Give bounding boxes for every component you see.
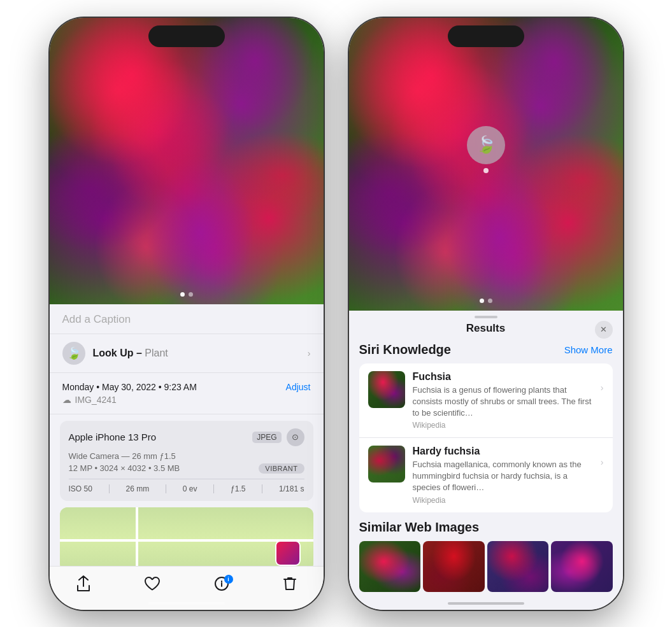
similar-section: Similar Web Images: [359, 520, 613, 592]
exif-aperture: ƒ1.5: [231, 484, 245, 493]
dynamic-island: [148, 25, 225, 47]
map-thumbnail[interactable]: [60, 507, 313, 566]
similar-title: Similar Web Images: [359, 520, 480, 535]
right-screen: 🍃 Results ✕: [349, 18, 623, 610]
similar-image-4[interactable]: [551, 541, 613, 592]
similar-image-1[interactable]: [359, 541, 421, 592]
lookup-label: Look Up – Plant: [93, 348, 168, 359]
hardy-text: Hardy fuchsia Fuchsia magellanica, commo…: [413, 446, 593, 505]
delete-button[interactable]: [283, 575, 297, 592]
similar-images-row: [359, 541, 613, 592]
adjust-button[interactable]: Adjust: [286, 382, 311, 392]
share-button[interactable]: [76, 575, 90, 592]
hardy-source: Wikipedia: [413, 496, 593, 505]
exif-iso: ISO 50: [69, 484, 92, 493]
camera-section: Apple iPhone 13 Pro JPEG ⊙ Wide Camera —…: [60, 421, 313, 501]
show-more-button[interactable]: Show More: [564, 344, 613, 355]
mp-info: 12 MP • 3024 × 4032 • 3.5 MB: [69, 463, 180, 473]
camera-settings-icon[interactable]: ⊙: [287, 428, 304, 446]
knowledge-item-hardy[interactable]: Hardy fuchsia Fuchsia magellanica, commo…: [359, 438, 613, 512]
results-panel: Results ✕ Siri Knowledge Show More: [349, 311, 623, 610]
visual-lookup-button[interactable]: 🍃: [467, 126, 505, 164]
map-mini-preview: [275, 540, 301, 566]
format-badge: JPEG: [252, 432, 281, 443]
favorite-button[interactable]: [144, 576, 161, 591]
flower-photo-left[interactable]: [50, 18, 324, 304]
camera-model: Apple iPhone 13 Pro: [69, 432, 157, 442]
visual-lookup-icon: 🍃: [62, 342, 85, 365]
hardy-chevron: ›: [601, 457, 604, 467]
fuchsia-source: Wikipedia: [413, 421, 593, 430]
cloud-icon: ☁: [62, 395, 71, 405]
hardy-name: Hardy fuchsia: [413, 446, 593, 457]
dot-indicator-2: [189, 292, 193, 297]
fuchsia-name: Fuchsia: [413, 371, 593, 383]
fuchsia-text: Fuchsia Fuchsia is a genus of flowering …: [413, 371, 593, 430]
lookup-chevron: ›: [308, 348, 311, 358]
left-phone: Add a Caption 🍃 Look Up – Plant ›: [50, 18, 324, 610]
dynamic-island-right: [448, 25, 524, 47]
similar-image-2[interactable]: [423, 541, 485, 592]
exif-ev: 0 ev: [183, 484, 197, 493]
photo-date: Monday • May 30, 2022 • 9:23 AM: [62, 382, 197, 392]
left-screen: Add a Caption 🍃 Look Up – Plant ›: [50, 18, 324, 610]
meta-section: Monday • May 30, 2022 • 9:23 AM Adjust ☁…: [50, 373, 324, 414]
home-bar-right: [448, 602, 524, 605]
lens-info: Wide Camera — 26 mm ƒ1.5: [69, 451, 304, 461]
lookup-row[interactable]: 🍃 Look Up – Plant ›: [50, 334, 324, 373]
visual-lookup-dot: [483, 168, 489, 173]
home-bar: [148, 602, 225, 605]
siri-knowledge-section: Siri Knowledge Show More Fuchsia Fuchsia…: [359, 342, 613, 512]
fuchsia-chevron: ›: [601, 383, 604, 393]
leaf-small-icon: 🍃: [67, 346, 81, 360]
close-button[interactable]: ✕: [595, 321, 613, 339]
flower-photo-right[interactable]: 🍃: [349, 18, 623, 311]
dot-right-1: [480, 299, 484, 303]
dot-indicator-1: [180, 292, 185, 297]
filename: IMG_4241: [75, 395, 117, 405]
results-header: Results ✕: [349, 322, 623, 342]
drag-handle[interactable]: [349, 311, 623, 322]
siri-knowledge-title: Siri Knowledge: [359, 342, 451, 357]
knowledge-card: Fuchsia Fuchsia is a genus of flowering …: [359, 363, 613, 512]
results-title: Results: [466, 322, 505, 335]
dot-right-2: [488, 299, 492, 303]
hardy-thumbnail: [368, 446, 405, 483]
info-button[interactable]: i: [214, 576, 229, 591]
fuchsia-thumbnail: [368, 371, 405, 408]
caption-area[interactable]: Add a Caption: [50, 304, 324, 334]
knowledge-item-fuchsia[interactable]: Fuchsia Fuchsia is a genus of flowering …: [359, 363, 613, 439]
color-profile-badge: VIBRANT: [259, 463, 304, 474]
fuchsia-desc: Fuchsia is a genus of flowering plants t…: [413, 384, 593, 419]
caption-placeholder: Add a Caption: [62, 313, 131, 325]
right-phone: 🍃 Results ✕: [349, 18, 623, 610]
hardy-desc: Fuchsia magellanica, commonly known as t…: [413, 459, 593, 494]
info-badge: i: [224, 575, 233, 584]
leaf-icon: 🍃: [476, 135, 496, 155]
drag-handle-bar: [475, 316, 497, 318]
exif-focal: 26 mm: [125, 484, 149, 493]
exif-shutter: 1/181 s: [279, 484, 304, 493]
similar-image-3[interactable]: [487, 541, 549, 592]
